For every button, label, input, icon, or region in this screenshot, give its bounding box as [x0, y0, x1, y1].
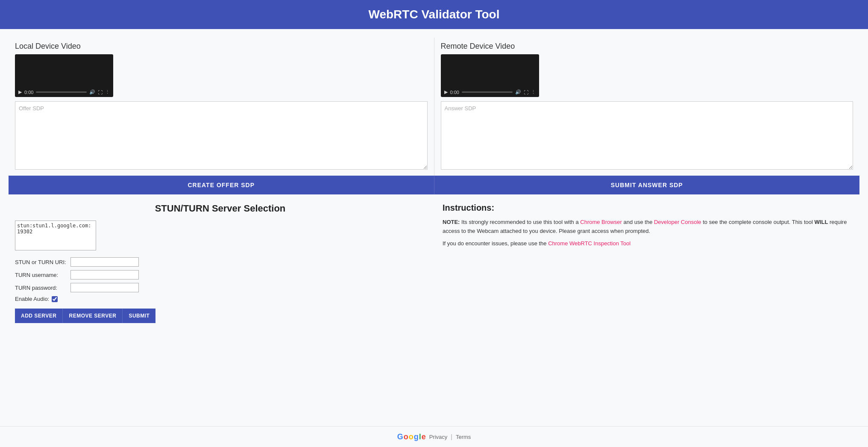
local-video-progress — [36, 91, 87, 93]
bottom-section: STUN/TURN Server Selection stun:stun1.l.… — [9, 199, 859, 327]
remote-video-player: ▶ 0:00 🔊 ⛶ ⋮ — [441, 54, 539, 97]
local-mute-icon[interactable]: 🔊 — [89, 89, 95, 95]
instructions-title: Instructions: — [443, 203, 853, 213]
terms-link[interactable]: Terms — [456, 434, 471, 440]
local-fullscreen-icon[interactable]: ⛶ — [98, 90, 103, 95]
remove-server-button[interactable]: REMOVE SERVER — [63, 309, 123, 323]
remote-video-panel: Remote Device Video ▶ 0:00 🔊 ⛶ ⋮ — [434, 38, 860, 176]
remote-video-controls: ▶ 0:00 🔊 ⛶ ⋮ — [444, 89, 536, 95]
create-offer-button[interactable]: CREATE OFFER SDP — [9, 176, 434, 194]
google-letter-e: e — [422, 433, 426, 441]
main-content: Local Device Video ▶ 0:00 🔊 ⛶ ⋮ Remote D… — [0, 29, 868, 426]
google-letter-g2: g — [414, 433, 419, 441]
stun-section-title: STUN/TURN Server Selection — [15, 203, 425, 214]
turn-password-row: TURN password: — [15, 283, 425, 292]
top-section: Local Device Video ▶ 0:00 🔊 ⛶ ⋮ Remote D… — [9, 38, 859, 176]
local-video-panel: Local Device Video ▶ 0:00 🔊 ⛶ ⋮ — [9, 38, 434, 176]
turn-password-input[interactable] — [70, 283, 139, 292]
enable-audio-label: Enable Audio: — [15, 296, 49, 302]
remote-video-time: 0:00 — [450, 90, 459, 95]
google-letter-o2: o — [409, 433, 413, 441]
sdp-button-row: CREATE OFFER SDP SUBMIT ANSWER SDP — [9, 176, 859, 194]
local-video-controls: ▶ 0:00 🔊 ⛶ ⋮ — [18, 89, 110, 95]
page-title: WebRTC Validator Tool — [369, 8, 500, 21]
page-footer: G o o g l e Privacy | Terms — [0, 426, 868, 447]
submit-button[interactable]: SUBMIT — [123, 309, 155, 323]
local-video-player: ▶ 0:00 🔊 ⛶ ⋮ — [15, 54, 113, 97]
google-letter-l: l — [419, 433, 421, 441]
stun-panel: STUN/TURN Server Selection stun:stun1.l.… — [15, 203, 438, 323]
add-server-button[interactable]: ADD SERVER — [15, 309, 63, 323]
google-logo: G o o g l e — [397, 433, 426, 441]
remote-video-progress — [462, 91, 513, 93]
answer-sdp-textarea[interactable] — [441, 101, 853, 170]
stun-uri-row: STUN or TURN URI: — [15, 257, 425, 267]
google-letter-o1: o — [404, 433, 408, 441]
remote-video-label: Remote Device Video — [441, 42, 853, 51]
stun-uri-input[interactable] — [70, 257, 139, 267]
remote-fullscreen-icon[interactable]: ⛶ — [524, 90, 528, 95]
submit-answer-button[interactable]: SUBMIT ANSWER SDP — [434, 176, 860, 194]
turn-username-row: TURN username: — [15, 270, 425, 279]
privacy-link[interactable]: Privacy — [429, 434, 448, 440]
app-header: WebRTC Validator Tool — [0, 0, 868, 29]
will-label: WILL — [815, 219, 828, 225]
enable-audio-checkbox[interactable] — [52, 296, 58, 302]
local-play-icon[interactable]: ▶ — [18, 89, 22, 95]
turn-username-input[interactable] — [70, 270, 139, 279]
note-label: NOTE: — [443, 219, 460, 225]
instructions-body: NOTE: Its strongly recommended to use th… — [443, 218, 853, 248]
turn-username-label: TURN username: — [15, 272, 70, 278]
server-button-row: ADD SERVER REMOVE SERVER SUBMIT — [15, 309, 425, 323]
chrome-browser-link[interactable]: Chrome Browser — [580, 219, 622, 225]
stun-server-list[interactable]: stun:stun1.l.google.com:19302 — [15, 221, 96, 250]
stun-uri-label: STUN or TURN URI: — [15, 259, 70, 265]
note-text1: Its strongly recommended to use this too… — [461, 219, 580, 225]
footer-divider: | — [451, 433, 452, 440]
instructions-note-line: NOTE: Its strongly recommended to use th… — [443, 218, 853, 236]
offer-sdp-textarea[interactable] — [15, 101, 428, 170]
dev-console-link[interactable]: Developer Console — [654, 219, 701, 225]
remote-play-icon[interactable]: ▶ — [444, 89, 448, 95]
note-text3: to see the complete console output. This… — [703, 219, 814, 225]
enable-audio-row: Enable Audio: — [15, 296, 425, 302]
webrtc-inspection-link[interactable]: Chrome WebRTC Inspection Tool — [548, 240, 630, 247]
local-more-icon[interactable]: ⋮ — [105, 89, 110, 95]
encounter-text: If you do encounter issues, please use t… — [443, 240, 548, 247]
note-text2: and use the — [623, 219, 654, 225]
local-video-time: 0:00 — [24, 90, 33, 95]
instructions-encounter-line: If you do encounter issues, please use t… — [443, 239, 853, 248]
turn-password-label: TURN password: — [15, 285, 70, 291]
remote-mute-icon[interactable]: 🔊 — [515, 89, 521, 95]
google-letter-g: G — [397, 433, 403, 441]
remote-more-icon[interactable]: ⋮ — [531, 89, 536, 95]
instructions-panel: Instructions: NOTE: Its strongly recomme… — [438, 203, 853, 323]
local-video-label: Local Device Video — [15, 42, 428, 51]
